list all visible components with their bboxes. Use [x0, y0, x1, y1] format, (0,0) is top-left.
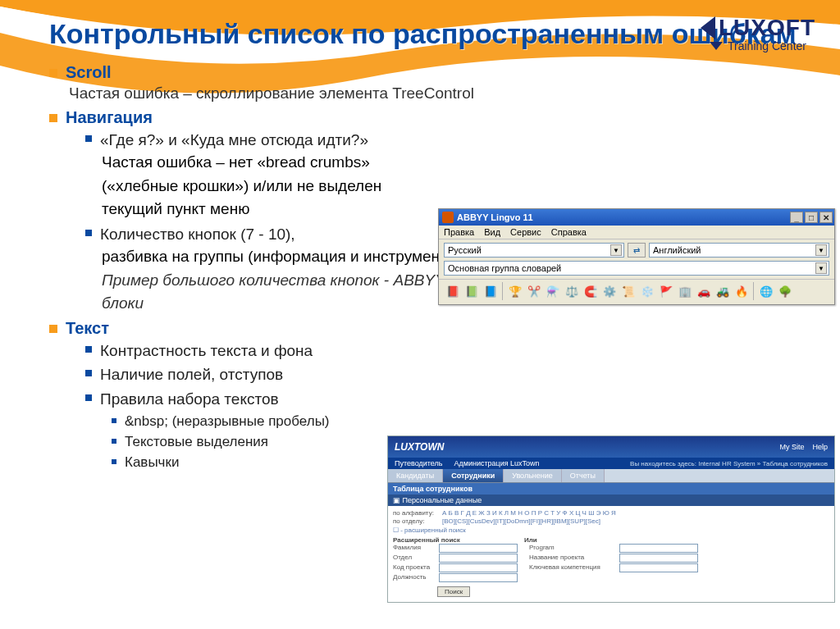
bullet-icon [85, 394, 92, 401]
section-title: Таблица сотрудников [388, 483, 834, 495]
minimize-button[interactable]: _ [790, 212, 803, 223]
link-help[interactable]: Help [812, 443, 828, 451]
rule-highlights: Текстовые выделения [125, 432, 268, 453]
bullet-icon [112, 418, 116, 423]
menu-help[interactable]: Справка [551, 227, 587, 237]
lang-from-value: Русский [448, 245, 482, 255]
subsection-title[interactable]: ▣ Персональные данные [388, 495, 834, 506]
bullet-icon [112, 459, 116, 464]
bullet-icon [85, 135, 92, 142]
input-program[interactable] [619, 544, 698, 553]
car-icon[interactable]: 🚗 [695, 282, 713, 300]
input-position[interactable] [439, 573, 518, 582]
trophy-icon[interactable]: 🏆 [506, 282, 524, 300]
dept-links[interactable]: [BO][CS][CusDev][IT][DoDmn][FI][HR][IBM]… [442, 517, 600, 525]
search-button[interactable]: Поиск [437, 586, 470, 597]
bullet-icon [49, 69, 57, 77]
dropdown-icon: ▼ [815, 262, 827, 274]
slide-title: Контрольный список по распространенным о… [49, 18, 810, 50]
abbyy-title-text: ABBYY Lingvo 11 [457, 212, 533, 222]
luxtown-header: LUXTOWN My Site Help [388, 436, 834, 458]
input-dept[interactable] [439, 554, 518, 563]
section-scroll: Scroll [66, 63, 112, 82]
separator [502, 282, 504, 300]
tractor-icon[interactable]: 🚜 [714, 282, 732, 300]
rule-nbsp: &nbsp; (неразрывные пробелы) [125, 412, 330, 432]
rule-quotes: Кавычки [125, 453, 179, 473]
nav-question: «Где я?» и «Куда мне отсюда идти?» [100, 129, 368, 152]
nav-buttons: Количество кнопок (7 - 10), [100, 223, 295, 246]
tab-candidates[interactable]: Кандидаты [388, 469, 443, 482]
dict-icon[interactable]: 📘 [482, 282, 500, 300]
dict-group-select[interactable]: Основная группа словарей ▼ [444, 261, 829, 276]
lbl-surname: Фамилия [393, 544, 439, 553]
lbl-program: Program [529, 544, 619, 553]
section-text: Текст [66, 319, 109, 338]
text-rules: Правила набора текстов [100, 388, 279, 411]
nav-err2: («хлебные крошки») и/или не выделен [102, 175, 810, 198]
dropdown-icon: ▼ [815, 244, 827, 256]
globe-icon[interactable]: 🌐 [757, 282, 775, 300]
text-contrast: Контрастность текста и фона [100, 340, 313, 362]
tab-employees[interactable]: Сотрудники [443, 469, 504, 482]
bullet-icon [49, 325, 57, 333]
scissors-icon[interactable]: ✂️ [525, 282, 543, 300]
link-mysite[interactable]: My Site [779, 443, 804, 451]
dict-icon[interactable]: 📗 [463, 282, 481, 300]
abbyy-toolbar: 📕 📗 📘 🏆 ✂️ ⚗️ ⚖️ 🧲 ⚙️ 📜 ❄️ 🚩 🏢 🚗 🚜 🔥 🌐 🌳 [439, 279, 834, 304]
gear-icon[interactable]: ⚙️ [600, 282, 619, 300]
adv-search-toggle[interactable]: ☐ - расширенный поиск [393, 526, 829, 534]
luxtown-brand: LUXTOWN [395, 441, 444, 453]
menu-edit[interactable]: Правка [444, 227, 474, 237]
bullet-icon [49, 114, 57, 122]
luxtown-window: LUXTOWN My Site Help Путеводитель Админи… [387, 435, 835, 603]
luxoft-logo: LUXOFT Training Center [701, 15, 815, 52]
nav-admin[interactable]: Администрация LuxTown [454, 459, 539, 467]
chevron-down-icon [710, 42, 723, 50]
dict-group-value: Основная группа словарей [448, 263, 561, 273]
maximize-button[interactable]: □ [805, 212, 818, 223]
input-competence[interactable] [619, 563, 698, 572]
tab-reports[interactable]: Отчеты [562, 469, 605, 482]
close-button[interactable]: ✕ [819, 212, 833, 223]
menu-service[interactable]: Сервис [510, 227, 541, 237]
bullet-icon [85, 370, 92, 376]
scroll-desc: Частая ошибка – скроллирование элемента … [69, 82, 810, 105]
abbyy-app-icon [442, 212, 454, 223]
luxoft-chevron-icon [701, 16, 715, 39]
scroll-icon[interactable]: 📜 [619, 282, 637, 300]
building-icon[interactable]: 🏢 [676, 282, 694, 300]
tree-icon[interactable]: 🌳 [776, 282, 794, 300]
menu-view[interactable]: Вид [484, 227, 500, 237]
logo-text: LUXOFT [719, 15, 815, 41]
by-dept-label: по отделу: [393, 517, 442, 525]
input-proj-name[interactable] [619, 554, 698, 563]
scales-icon[interactable]: ⚖️ [563, 282, 581, 300]
fire-icon[interactable]: 🔥 [733, 282, 751, 300]
dropdown-icon: ▼ [610, 244, 622, 256]
input-surname[interactable] [439, 544, 518, 553]
luxtown-nav: Путеводитель Администрация LuxTown Вы на… [388, 458, 834, 469]
lbl-competence: Ключевая компетенция [529, 563, 619, 572]
nav-guide[interactable]: Путеводитель [395, 459, 442, 467]
input-proj-code[interactable] [439, 563, 518, 572]
magnet-icon[interactable]: 🧲 [582, 282, 600, 300]
snowflake-icon[interactable]: ❄️ [638, 282, 656, 300]
dict-icon[interactable]: 📕 [444, 282, 462, 300]
adv-hdr1: Расширенный поиск [393, 536, 524, 544]
lbl-position: Должность [393, 573, 439, 582]
tab-dismissal[interactable]: Увольнение [504, 469, 562, 482]
flag-icon[interactable]: 🚩 [657, 282, 675, 300]
adv-hdr2: Или [524, 536, 537, 544]
bullet-icon [112, 439, 116, 444]
lbl-dept: Отдел [393, 554, 439, 563]
bullet-icon [85, 346, 92, 353]
abbyy-titlebar[interactable]: ABBYY Lingvo 11 _ □ ✕ [439, 209, 834, 226]
alpha-links[interactable]: А Б В Г Д Е Ж З И К Л М Н О П Р С Т У Ф … [442, 509, 616, 517]
flask-icon[interactable]: ⚗️ [544, 282, 562, 300]
swap-languages-button[interactable]: ⇄ [628, 243, 646, 258]
lang-from-select[interactable]: Русский ▼ [444, 243, 624, 258]
abbyy-window: ABBYY Lingvo 11 _ □ ✕ Правка Вид Сервис … [438, 208, 835, 305]
lang-to-select[interactable]: Английский ▼ [649, 243, 829, 258]
lbl-proj-code: Код проекта [393, 563, 439, 572]
